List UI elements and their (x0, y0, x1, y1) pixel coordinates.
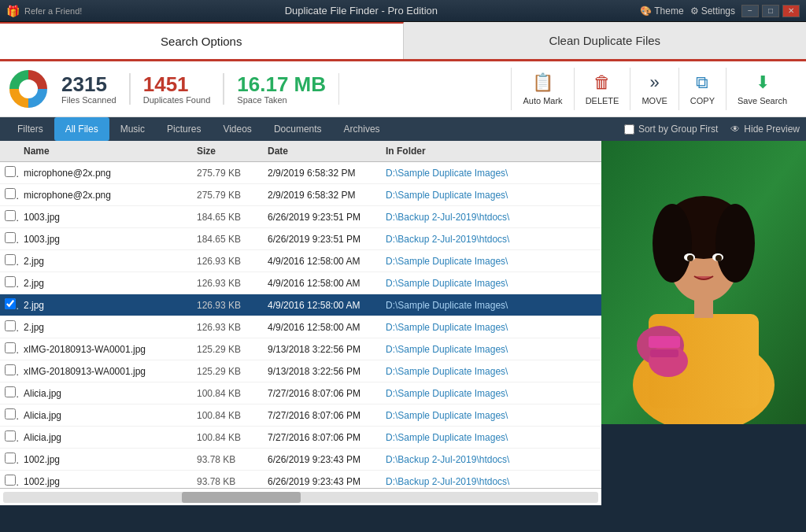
row-folder: D:\Sample Duplicate Images\ (381, 430, 601, 445)
duplicates-label: Duplicates Found (143, 95, 211, 105)
scroll-area (0, 488, 601, 505)
filter-tab-all-files[interactable]: All Files (54, 117, 109, 141)
row-date: 4/9/2016 12:58:00 AM (263, 320, 381, 334)
table-row[interactable]: 1002.jpg93.78 KB6/26/2019 9:23:43 PMD:\B… (0, 449, 601, 471)
table-row[interactable]: xIMG-20180913-WA0001.jpg125.29 KB9/13/20… (0, 360, 601, 382)
filter-tab-archives[interactable]: Archives (333, 117, 391, 141)
row-checkbox[interactable] (5, 210, 16, 221)
hscroll-thumb (182, 492, 301, 503)
files-scanned-label: Files Scanned (61, 95, 116, 105)
row-checkbox-cell (0, 363, 19, 379)
row-checkbox[interactable] (5, 408, 16, 419)
delete-button[interactable]: 🗑 DELETE (575, 68, 631, 110)
row-name: 1003.jpg (19, 232, 192, 246)
row-checkbox-cell (0, 341, 19, 357)
row-checkbox[interactable] (5, 475, 16, 486)
header-folder: In Folder (381, 144, 601, 158)
row-date: 6/26/2019 9:23:43 PM (263, 453, 381, 467)
row-date: 2/9/2019 6:58:32 PM (263, 166, 381, 180)
auto-mark-button[interactable]: 📋 Auto Mark (511, 68, 574, 110)
table-row[interactable]: microphone@2x.png275.79 KB2/9/2019 6:58:… (0, 162, 601, 184)
row-folder: D:\Sample Duplicate Images\ (381, 276, 601, 290)
close-button[interactable]: ✕ (782, 5, 800, 17)
row-folder: D:\Backup 2-Jul-2019\htdocs\ (381, 232, 601, 246)
row-size: 100.84 KB (192, 430, 263, 445)
row-size: 126.93 KB (192, 276, 263, 290)
filter-tab-videos[interactable]: Videos (212, 117, 262, 141)
row-checkbox[interactable] (5, 430, 16, 441)
row-name: Alicia.jpg (19, 430, 192, 445)
toolbar: 📋 Auto Mark 🗑 DELETE » MOVE ⧉ COPY ⬇ Sav… (511, 68, 798, 110)
table-row[interactable]: 1003.jpg184.65 KB6/26/2019 9:23:51 PMD:\… (0, 228, 601, 250)
filter-bar: Filters All Files Music Pictures Videos … (0, 117, 806, 141)
sort-checkbox[interactable] (624, 124, 634, 135)
header-date: Date (263, 144, 381, 158)
row-checkbox[interactable] (5, 342, 16, 353)
row-checkbox-cell (0, 231, 19, 247)
row-size: 126.93 KB (192, 254, 263, 268)
row-checkbox-cell (0, 253, 19, 269)
copy-button[interactable]: ⧉ COPY (679, 68, 727, 110)
copy-icon: ⧉ (696, 72, 708, 93)
table-row[interactable]: xIMG-20180913-WA0001.jpg125.29 KB9/13/20… (0, 338, 601, 360)
row-checkbox[interactable] (5, 232, 16, 243)
settings-button[interactable]: ⚙ Settings (690, 6, 735, 17)
svg-point-13 (687, 255, 693, 261)
table-row[interactable]: Alicia.jpg100.84 KB7/27/2016 8:07:06 PMD… (0, 405, 601, 427)
row-date: 6/26/2019 9:23:51 PM (263, 232, 381, 246)
sort-checkbox-label[interactable]: Sort by Group First (638, 124, 718, 135)
table-row[interactable]: 1002.jpg93.78 KB6/26/2019 9:23:43 PMD:\B… (0, 471, 601, 488)
svg-point-14 (715, 255, 722, 261)
refer-link[interactable]: Refer a Friend! (24, 6, 82, 16)
duplicates-number: 1451 (143, 73, 211, 96)
row-date: 4/9/2016 12:58:00 AM (263, 254, 381, 268)
filter-tab-filters[interactable]: Filters (6, 117, 54, 141)
table-row[interactable]: 2.jpg126.93 KB4/9/2016 12:58:00 AMD:\Sam… (0, 272, 601, 294)
minimize-button[interactable]: − (741, 5, 759, 17)
row-folder: D:\Sample Duplicate Images\ (381, 254, 601, 268)
save-search-button[interactable]: ⬇ Save Search (727, 68, 798, 110)
table-row[interactable]: 2.jpg126.93 KB4/9/2016 12:58:00 AMD:\Sam… (0, 316, 601, 338)
table-row[interactable]: 1003.jpg184.65 KB6/26/2019 9:23:51 PMD:\… (0, 206, 601, 228)
space-label: Space Taken (237, 95, 326, 105)
tab-search-options[interactable]: Search Options (0, 22, 404, 59)
tab-clean-duplicates[interactable]: Clean Duplicate Files (404, 22, 807, 59)
stats-bar: 2315 Files Scanned 1451 Duplicates Found… (0, 61, 806, 117)
row-checkbox[interactable] (5, 188, 16, 199)
row-checkbox[interactable] (5, 276, 16, 287)
settings-icon: ⚙ (690, 6, 699, 17)
filter-tab-documents[interactable]: Documents (263, 117, 333, 141)
row-folder: D:\Sample Duplicate Images\ (381, 408, 601, 423)
hide-preview-button[interactable]: 👁 Hide Preview (730, 124, 800, 135)
row-date: 7/27/2016 8:07:06 PM (263, 386, 381, 401)
horizontal-scrollbar[interactable] (3, 492, 598, 503)
row-checkbox[interactable] (5, 298, 16, 309)
move-button[interactable]: » MOVE (630, 68, 678, 110)
svg-point-10 (715, 204, 755, 283)
filter-tab-music[interactable]: Music (109, 117, 156, 141)
row-checkbox[interactable] (5, 453, 16, 464)
row-checkbox-cell (0, 209, 19, 225)
stats-pie-chart (8, 68, 49, 109)
table-row[interactable]: 2.jpg126.93 KB4/9/2016 12:58:00 AMD:\Sam… (0, 294, 601, 316)
table-row[interactable]: Alicia.jpg100.84 KB7/27/2016 8:07:06 PMD… (0, 427, 601, 449)
save-search-icon: ⬇ (756, 72, 770, 93)
row-date: 6/26/2019 9:23:51 PM (263, 210, 381, 224)
row-date: 4/9/2016 12:58:00 AM (263, 298, 381, 312)
table-row[interactable]: Alicia.jpg100.84 KB7/27/2016 8:07:06 PMD… (0, 382, 601, 405)
maximize-button[interactable]: □ (762, 5, 779, 17)
row-checkbox[interactable] (5, 320, 16, 331)
filter-tab-pictures[interactable]: Pictures (156, 117, 212, 141)
row-checkbox[interactable] (5, 386, 16, 397)
row-checkbox[interactable] (5, 364, 16, 375)
row-checkbox[interactable] (5, 166, 16, 177)
table-row[interactable]: 2.jpg126.93 KB4/9/2016 12:58:00 AMD:\Sam… (0, 250, 601, 272)
row-checkbox[interactable] (5, 254, 16, 265)
row-name: xIMG-20180913-WA0001.jpg (19, 342, 192, 357)
row-name: 2.jpg (19, 320, 192, 334)
space-number: 16.17 MB (237, 73, 326, 96)
refer-icon: 🎁 (6, 5, 20, 17)
theme-button[interactable]: 🎨 Theme (640, 6, 683, 17)
row-checkbox-cell (0, 319, 19, 335)
table-row[interactable]: microphone@2x.png275.79 KB2/9/2019 6:58:… (0, 184, 601, 206)
